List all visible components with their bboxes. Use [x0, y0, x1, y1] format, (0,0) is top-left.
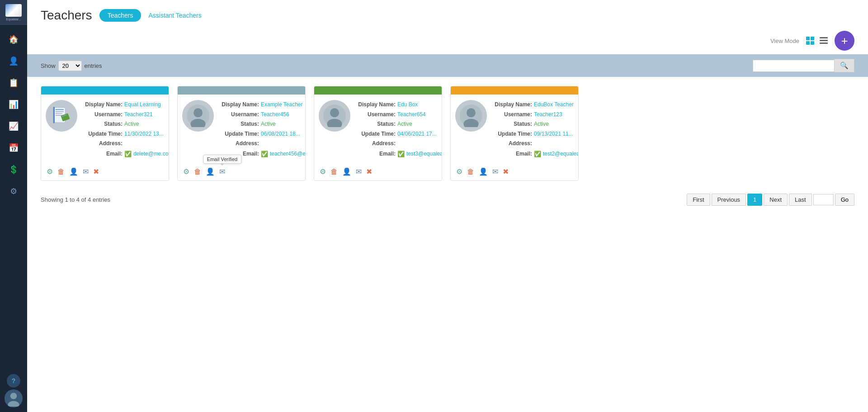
first-page-button[interactable]: First	[687, 194, 710, 206]
current-page-button[interactable]: 1	[747, 194, 762, 206]
calendar-icon: 📅	[9, 143, 19, 153]
verified-icon-2: ✅	[261, 149, 268, 159]
next-page-button[interactable]: Next	[764, 194, 788, 206]
settings-action-4[interactable]: ⚙	[456, 167, 462, 176]
logo-icon	[5, 4, 22, 17]
card-info-row-username-3: Username: Teacher654	[355, 110, 442, 120]
card-info-row-updatetime-1: Update Time: 11/30/2022 13...	[82, 129, 169, 139]
mail-action-2[interactable]: ✉	[219, 167, 225, 176]
card-info-row-address-2: Address:	[218, 139, 306, 149]
card-info-row-displayname-2: Display Name: Example Teacher	[218, 100, 306, 110]
value-username-2: Teacher456	[261, 110, 289, 120]
page-header: Teachers Teachers Assistant Teachers	[27, 0, 868, 27]
show-entries: Show 20 10 50 100 entries	[41, 61, 102, 71]
close-action-3[interactable]: ✖	[366, 167, 372, 176]
settings-action-1[interactable]: ⚙	[47, 167, 53, 176]
card-info-row-username-4: Username: Teacher123	[491, 110, 579, 120]
card-info-row-username-2: Username: Teacher456	[218, 110, 306, 120]
sidebar-logo[interactable]: Equalear...	[0, 0, 27, 25]
sidebar-bottom: ?	[0, 374, 27, 412]
card-info-row-displayname-4: Display Name: EduBox Teacher	[491, 100, 579, 110]
card-info-row-address-1: Address:	[82, 139, 169, 149]
svg-rect-12	[56, 113, 62, 114]
showing-text: Showing 1 to 4 of 4 entries	[41, 196, 110, 203]
settings-action-2[interactable]: ⚙	[183, 167, 189, 176]
delete-action-4[interactable]: 🗑	[467, 168, 474, 176]
search-button[interactable]: 🔍	[834, 59, 854, 72]
sidebar-item-billing[interactable]: 💲	[0, 160, 27, 180]
user-action-1[interactable]: 👤	[69, 167, 78, 176]
settings-action-3[interactable]: ⚙	[320, 167, 326, 176]
value-status-4: Active	[534, 119, 549, 129]
sidebar-item-dashboard[interactable]: 🏠	[0, 29, 27, 49]
view-mode-label: View Mode	[770, 38, 799, 44]
sidebar-item-settings[interactable]: ⚙	[0, 181, 27, 201]
entries-select[interactable]: 20 10 50 100	[58, 61, 82, 71]
delete-action-1[interactable]: 🗑	[57, 168, 65, 176]
page-jump-input[interactable]	[813, 194, 834, 205]
label-updatetime-1: Update Time:	[82, 129, 123, 139]
close-action-4[interactable]: ✖	[503, 167, 509, 176]
value-updatetime-2: 06/08/2021 18...	[261, 129, 300, 139]
card-body-2: Display Name: Example Teacher Username: …	[178, 95, 305, 165]
card-avatar-1	[46, 100, 77, 132]
add-teacher-button[interactable]: +	[835, 31, 854, 51]
card-info-3: Display Name: Edu Box Username: Teacher6…	[355, 100, 442, 159]
user-action-2[interactable]: 👤	[206, 167, 215, 176]
card-actions-4: ⚙ 🗑 👤 ✉ ✖	[451, 165, 578, 180]
user-action-4[interactable]: 👤	[479, 167, 488, 176]
assignments-icon: 📋	[9, 78, 19, 88]
go-button[interactable]: Go	[835, 194, 854, 206]
sidebar-item-assignments[interactable]: 📋	[0, 73, 27, 93]
mail-action-1[interactable]: ✉	[83, 167, 89, 176]
user-action-3[interactable]: 👤	[342, 167, 351, 176]
last-page-button[interactable]: Last	[789, 194, 812, 206]
label-status-3: Status:	[355, 119, 396, 129]
card-info-row-username-1: Username: Teacher321	[82, 110, 169, 120]
card-info-4: Display Name: EduBox Teacher Username: T…	[491, 100, 579, 159]
sidebar-item-calendar[interactable]: 📅	[0, 138, 27, 158]
delete-action-3[interactable]: 🗑	[330, 168, 338, 176]
user-avatar[interactable]	[5, 389, 23, 407]
delete-action-2[interactable]: 🗑	[194, 168, 201, 176]
help-button[interactable]: ?	[7, 374, 20, 388]
sidebar-item-teachers[interactable]: 👤	[0, 51, 27, 71]
card-info-row-status-3: Status: Active	[355, 119, 442, 129]
mail-tooltip-wrapper-2: Email Verified ✉	[219, 167, 225, 176]
card-info-1: Display Name: Equal Learning Username: T…	[82, 100, 169, 159]
label-updatetime-3: Update Time:	[355, 129, 396, 139]
card-info-row-address-4: Address:	[491, 139, 579, 149]
mail-action-3[interactable]: ✉	[356, 167, 362, 176]
dashboard-icon: 🏠	[9, 34, 19, 44]
close-action-1[interactable]: ✖	[93, 167, 99, 176]
value-email-4: test2@equalear...	[543, 149, 579, 159]
page-title: Teachers	[41, 8, 92, 23]
tab-assistant-teachers[interactable]: Assistant Teachers	[148, 12, 201, 19]
value-email-2: teacher456@eq...	[270, 149, 306, 159]
card-info-row-updatetime-4: Update Time: 09/13/2021 11...	[491, 129, 579, 139]
card-info-2: Display Name: Example Teacher Username: …	[218, 100, 306, 159]
card-avatar-3	[319, 100, 350, 132]
sidebar-item-analytics[interactable]: 📊	[0, 95, 27, 114]
svg-rect-5	[811, 41, 814, 45]
value-username-4: Teacher123	[534, 110, 562, 120]
tab-teachers[interactable]: Teachers	[99, 9, 142, 22]
value-displayname-1: Equal Learning	[124, 100, 161, 110]
card-info-row-updatetime-2: Update Time: 06/08/2021 18...	[218, 129, 306, 139]
svg-rect-7	[820, 40, 828, 41]
label-email-4: Email:	[491, 149, 532, 159]
mail-action-4[interactable]: ✉	[492, 167, 498, 176]
billing-icon: 💲	[9, 165, 19, 175]
svg-rect-2	[806, 37, 810, 40]
label-address-2: Address:	[218, 139, 259, 149]
grid-view-icon[interactable]	[805, 35, 816, 46]
search-input[interactable]	[753, 60, 834, 72]
teacher-card-4: Display Name: EduBox Teacher Username: T…	[450, 86, 579, 181]
previous-page-button[interactable]: Previous	[712, 194, 746, 206]
svg-rect-8	[820, 43, 828, 44]
card-info-row-email-1: Email: ✅ delete@me.com	[82, 149, 169, 159]
list-view-icon[interactable]	[818, 35, 829, 46]
value-displayname-4: EduBox Teacher	[534, 100, 574, 110]
sidebar-item-reports[interactable]: 📈	[0, 116, 27, 136]
show-label: Show	[41, 62, 56, 69]
